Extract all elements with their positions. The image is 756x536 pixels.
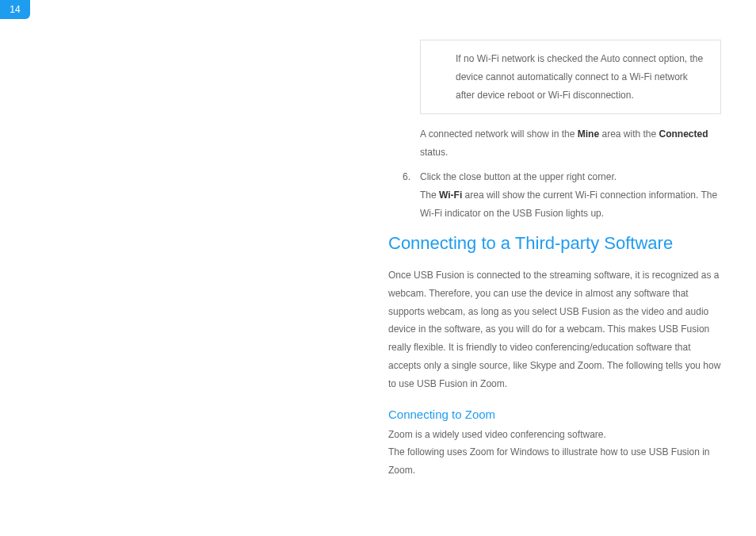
post-note-end: status.	[420, 147, 448, 158]
note-text: If no Wi-Fi network is checked the Auto …	[456, 53, 703, 101]
page-number-badge: 14	[0, 0, 30, 19]
post-note-mine: Mine	[578, 128, 599, 140]
subsection-paragraph: Zoom is a widely used video conferencing…	[388, 426, 721, 480]
section-paragraph: Once USB Fusion is connected to the stre…	[388, 266, 721, 393]
sub-line1: Zoom is a widely used video conferencing…	[388, 426, 721, 444]
step-6: 6. Click the close button at the upper r…	[388, 168, 721, 222]
subsection-heading: Connecting to Zoom	[388, 408, 721, 421]
step-6-line2: The Wi-Fi area will show the current Wi-…	[420, 186, 721, 223]
step-6-body: Click the close button at the upper righ…	[420, 168, 721, 222]
step-6-line2-bold: Wi-Fi	[439, 190, 462, 201]
step-6-number: 6.	[388, 168, 420, 222]
page-number-text: 14	[10, 4, 20, 15]
lower-content-block: Connecting to a Third-party Software Onc…	[388, 233, 721, 480]
post-note-pre: A connected network will show in the	[420, 128, 578, 140]
post-note-connected: Connected	[659, 128, 708, 140]
sub-line2: The following uses Zoom for Windows to i…	[388, 443, 721, 480]
step-6-line2-pre: The	[420, 190, 439, 201]
post-note-mid: area with the	[599, 128, 659, 140]
note-box: If no Wi-Fi network is checked the Auto …	[420, 40, 721, 114]
step-6-line1: Click the close button at the upper righ…	[420, 168, 721, 186]
section-heading: Connecting to a Third-party Software	[388, 233, 721, 254]
upper-content-block: If no Wi-Fi network is checked the Auto …	[388, 40, 721, 227]
step-6-line2-post: area will show the current Wi-Fi connect…	[420, 190, 717, 219]
post-note-line: A connected network will show in the Min…	[420, 125, 721, 162]
